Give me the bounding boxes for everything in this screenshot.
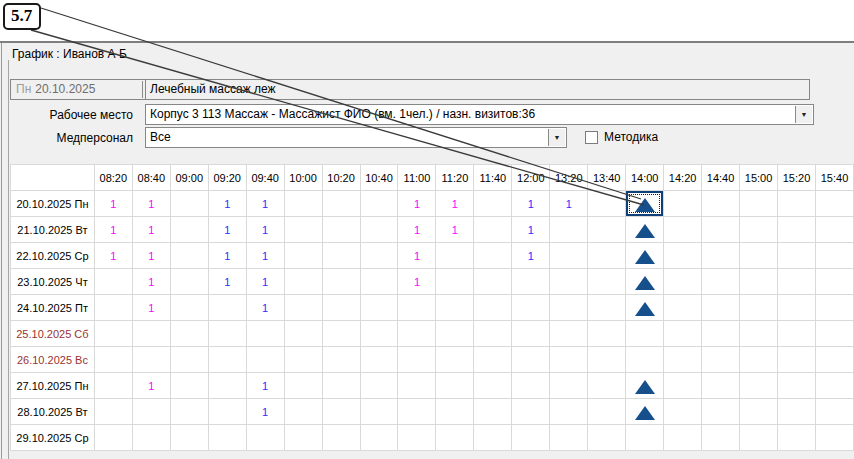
slot-cell[interactable]	[208, 373, 246, 399]
slot-cell[interactable]: 1	[246, 399, 284, 425]
slot-cell[interactable]	[740, 269, 778, 295]
slot-cell[interactable]: 1	[132, 295, 170, 321]
date-row-header[interactable]: 27.10.2025 Пн	[11, 373, 95, 399]
slot-cell[interactable]	[740, 425, 778, 451]
date-row-header[interactable]: 23.10.2025 Чт	[11, 269, 95, 295]
slot-cell[interactable]	[815, 347, 853, 373]
slot-cell[interactable]	[360, 243, 398, 269]
date-row-header[interactable]: 24.10.2025 Пт	[11, 295, 95, 321]
dropdown-arrow-icon[interactable]: ▼	[548, 129, 565, 146]
slot-cell[interactable]	[284, 217, 322, 243]
slot-cell[interactable]	[170, 191, 208, 217]
slot-cell[interactable]: 1	[246, 217, 284, 243]
slot-cell[interactable]	[815, 373, 853, 399]
slot-cell[interactable]: 1	[94, 243, 132, 269]
slot-cell[interactable]	[132, 347, 170, 373]
slot-cell[interactable]: 1	[94, 217, 132, 243]
slot-cell[interactable]	[815, 321, 853, 347]
slot-cell[interactable]: 1	[246, 191, 284, 217]
slot-cell[interactable]	[588, 269, 626, 295]
date-row-header[interactable]: 29.10.2025 Ср	[11, 425, 95, 451]
slot-cell[interactable]: 1	[132, 217, 170, 243]
slot-cell[interactable]	[246, 321, 284, 347]
slot-cell[interactable]	[664, 425, 702, 451]
date-row-header[interactable]: 22.10.2025 Ср	[11, 243, 95, 269]
slot-cell[interactable]	[588, 321, 626, 347]
slot-cell[interactable]: 1	[132, 243, 170, 269]
slot-cell[interactable]	[360, 425, 398, 451]
slot-cell[interactable]	[512, 269, 550, 295]
slot-cell[interactable]	[664, 321, 702, 347]
slot-cell[interactable]	[626, 243, 664, 269]
slot-cell[interactable]	[436, 321, 474, 347]
slot-cell[interactable]	[94, 295, 132, 321]
slot-cell[interactable]	[778, 217, 816, 243]
slot-cell[interactable]: 1	[512, 243, 550, 269]
slot-cell[interactable]	[815, 269, 853, 295]
slot-cell[interactable]	[664, 191, 702, 217]
slot-cell[interactable]	[94, 373, 132, 399]
slot-cell[interactable]	[550, 217, 588, 243]
slot-cell[interactable]	[474, 425, 512, 451]
slot-cell[interactable]	[702, 373, 740, 399]
slot-cell[interactable]	[322, 269, 360, 295]
slot-cell[interactable]	[474, 399, 512, 425]
slot-cell[interactable]	[474, 217, 512, 243]
slot-cell[interactable]	[170, 425, 208, 451]
slot-cell[interactable]	[170, 269, 208, 295]
slot-cell[interactable]	[284, 425, 322, 451]
slot-cell[interactable]	[322, 373, 360, 399]
slot-cell[interactable]	[322, 347, 360, 373]
slot-cell[interactable]	[170, 217, 208, 243]
slot-cell[interactable]	[702, 295, 740, 321]
slot-cell[interactable]	[284, 269, 322, 295]
slot-cell[interactable]	[550, 269, 588, 295]
slot-cell[interactable]	[398, 295, 436, 321]
slot-cell[interactable]	[588, 217, 626, 243]
slot-cell[interactable]	[474, 321, 512, 347]
slot-cell[interactable]	[474, 269, 512, 295]
slot-cell[interactable]: 1	[246, 295, 284, 321]
slot-cell[interactable]	[436, 425, 474, 451]
date-picker[interactable]: Пн20.10.2025 ▼	[10, 79, 161, 100]
slot-cell[interactable]: 1	[550, 191, 588, 217]
slot-cell[interactable]	[360, 373, 398, 399]
slot-cell[interactable]	[588, 399, 626, 425]
slot-cell[interactable]	[94, 399, 132, 425]
slot-cell[interactable]	[740, 373, 778, 399]
date-row-header[interactable]: 20.10.2025 Пн	[11, 191, 95, 217]
staff-select[interactable]: Все ▼	[145, 127, 567, 148]
slot-cell[interactable]	[208, 399, 246, 425]
slot-cell[interactable]: 1	[512, 191, 550, 217]
slot-cell[interactable]	[778, 347, 816, 373]
slot-cell[interactable]	[284, 295, 322, 321]
slot-cell[interactable]	[702, 243, 740, 269]
slot-cell[interactable]	[740, 217, 778, 243]
slot-cell[interactable]: 1	[436, 217, 474, 243]
slot-cell[interactable]	[360, 217, 398, 243]
slot-cell[interactable]	[512, 295, 550, 321]
slot-cell[interactable]	[436, 269, 474, 295]
slot-cell[interactable]: 1	[398, 191, 436, 217]
slot-cell[interactable]	[360, 399, 398, 425]
slot-cell[interactable]	[588, 425, 626, 451]
slot-cell[interactable]	[626, 295, 664, 321]
date-row-header[interactable]: 21.10.2025 Вт	[11, 217, 95, 243]
slot-cell[interactable]	[512, 399, 550, 425]
slot-cell[interactable]	[702, 399, 740, 425]
slot-cell[interactable]	[398, 373, 436, 399]
dropdown-arrow-icon[interactable]: ▼	[795, 106, 812, 123]
slot-cell[interactable]	[626, 347, 664, 373]
slot-cell[interactable]: 1	[436, 191, 474, 217]
slot-cell[interactable]	[778, 269, 816, 295]
slot-cell[interactable]	[550, 425, 588, 451]
slot-cell[interactable]: 1	[132, 191, 170, 217]
slot-cell[interactable]	[360, 347, 398, 373]
slot-cell[interactable]: 1	[132, 269, 170, 295]
slot-cell[interactable]	[170, 243, 208, 269]
slot-cell[interactable]	[626, 373, 664, 399]
slot-cell[interactable]	[550, 347, 588, 373]
slot-cell[interactable]	[626, 321, 664, 347]
slot-cell[interactable]	[550, 295, 588, 321]
slot-cell[interactable]	[815, 295, 853, 321]
